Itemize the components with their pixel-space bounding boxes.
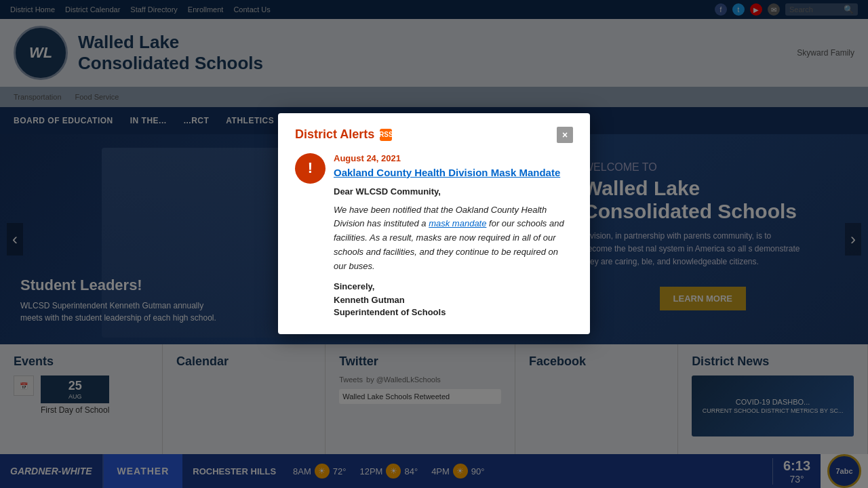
alert-warning-icon: !	[295, 153, 326, 184]
alert-body: August 24, 2021 Oakland County Health Di…	[334, 153, 573, 318]
modal-title-text: District Alerts	[295, 127, 374, 142]
modal-header: District Alerts RSS ×	[295, 127, 573, 143]
alert-title[interactable]: Oakland County Health Division Mask Mand…	[334, 167, 573, 178]
alert-date: August 24, 2021	[334, 153, 573, 163]
alert-icon-wrapper: !	[295, 153, 326, 184]
alert-content: ! August 24, 2021 Oakland County Health …	[295, 153, 573, 318]
district-alerts-modal: District Alerts RSS × ! August 24, 2021 …	[278, 113, 590, 335]
modal-close-button[interactable]: ×	[557, 127, 573, 143]
rss-icon: RSS	[380, 129, 392, 141]
modal-title: District Alerts RSS	[295, 127, 392, 142]
modal-overlay[interactable]: District Alerts RSS × ! August 24, 2021 …	[0, 0, 868, 488]
alert-sincerely: Sincerely,	[334, 281, 573, 291]
alert-greeting: Dear WLCSD Community,	[334, 186, 573, 197]
alert-signatory-name: Kenneth Gutman	[334, 295, 573, 305]
alert-body-text: We have been notified that the Oakland C…	[334, 203, 573, 274]
mask-mandate-link[interactable]: mask mandate	[429, 218, 486, 228]
alert-signatory-title: Superintendent of Schools	[334, 307, 573, 317]
